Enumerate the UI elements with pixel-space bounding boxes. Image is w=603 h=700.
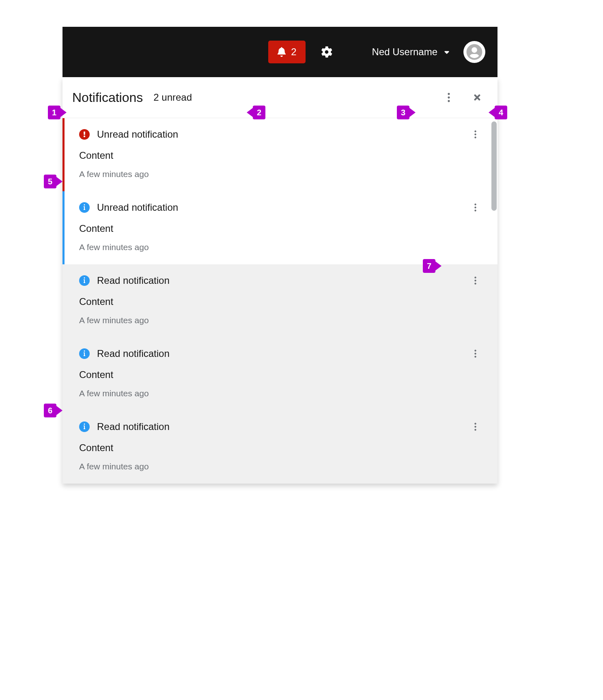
drawer-close-button[interactable] [468, 89, 486, 106]
chevron-down-icon [443, 48, 450, 56]
kebab-icon [447, 92, 450, 103]
callout-3: 3 [397, 106, 416, 119]
notification-list: Unread notification Content A few minute… [62, 118, 497, 484]
notification-title: Read notification [97, 348, 170, 359]
kebab-icon [474, 422, 477, 432]
notification-body: Content [79, 223, 481, 234]
notification-actions-button[interactable] [469, 276, 481, 285]
kebab-icon [474, 349, 477, 359]
notification-title: Unread notification [97, 202, 178, 213]
notification-drawer: Notifications 2 unread Unread notificati… [62, 77, 497, 484]
notification-actions-button[interactable] [469, 422, 481, 432]
notification-item[interactable]: Read notification Content A few minutes … [62, 337, 497, 410]
callout-4: 4 [489, 106, 507, 119]
drawer-unread-count: 2 unread [153, 92, 192, 103]
info-icon [79, 202, 90, 213]
info-icon [79, 421, 90, 432]
kebab-icon [474, 276, 477, 285]
close-icon [473, 93, 482, 102]
callout-6: 6 [44, 404, 62, 417]
notification-timestamp: A few minutes ago [79, 169, 481, 179]
callout-2: 2 [247, 106, 265, 119]
callout-5: 5 [44, 175, 62, 188]
notification-item[interactable]: Read notification Content A few minutes … [62, 264, 497, 337]
notification-body: Content [79, 442, 481, 454]
scrollbar-thumb[interactable] [491, 121, 497, 211]
notification-title: Unread notification [97, 129, 178, 140]
kebab-icon [474, 203, 477, 212]
drawer-title: Notifications [72, 90, 143, 105]
settings-button[interactable] [319, 44, 335, 60]
notification-item[interactable]: Unread notification Content A few minute… [62, 191, 497, 264]
notification-actions-button[interactable] [469, 130, 481, 139]
masthead: 2 Ned Username [62, 27, 497, 77]
info-icon [79, 275, 90, 286]
drawer-header: Notifications 2 unread [62, 77, 497, 118]
notification-badge-button[interactable]: 2 [268, 41, 305, 63]
gear-icon [321, 46, 332, 58]
info-icon [79, 348, 90, 359]
exclamation-icon [79, 129, 90, 140]
notification-body: Content [79, 369, 481, 380]
kebab-icon [474, 130, 477, 139]
notification-timestamp: A few minutes ago [79, 462, 481, 471]
notification-title: Read notification [97, 275, 170, 286]
drawer-actions-button[interactable] [440, 89, 458, 106]
notification-count: 2 [291, 46, 296, 58]
callout-1: 1 [48, 106, 67, 119]
notification-item[interactable]: Read notification Content A few minutes … [62, 410, 497, 484]
callout-7: 7 [423, 259, 441, 273]
notification-timestamp: A few minutes ago [79, 315, 481, 325]
notification-timestamp: A few minutes ago [79, 389, 481, 398]
notification-body: Content [79, 296, 481, 307]
user-menu[interactable]: Ned Username [372, 41, 485, 63]
notification-body: Content [79, 150, 481, 161]
avatar [463, 41, 485, 63]
notification-actions-button[interactable] [469, 203, 481, 212]
username-label: Ned Username [372, 46, 437, 58]
notification-item[interactable]: Unread notification Content A few minute… [62, 118, 497, 191]
notification-title: Read notification [97, 421, 170, 432]
bell-icon [277, 47, 286, 57]
notification-actions-button[interactable] [469, 349, 481, 359]
notification-timestamp: A few minutes ago [79, 242, 481, 252]
